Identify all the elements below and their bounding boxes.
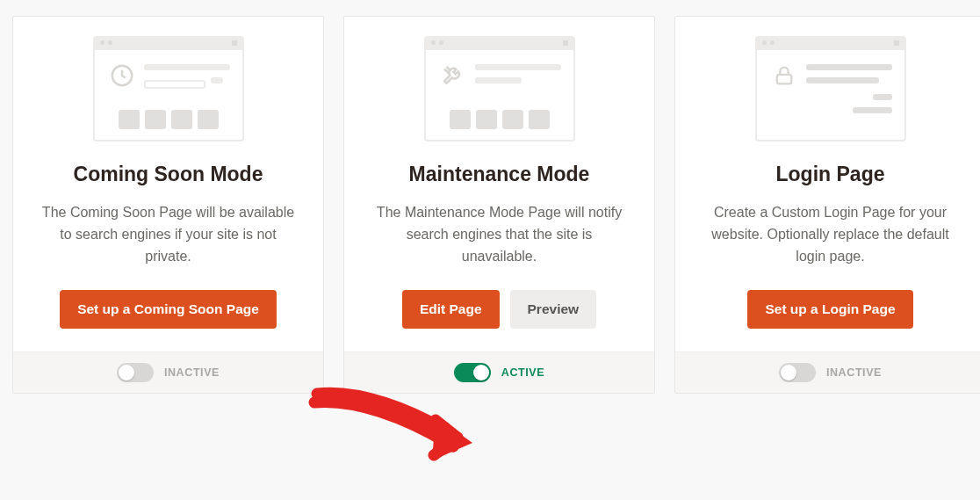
setup-coming-soon-button[interactable]: Set up a Coming Soon Page xyxy=(60,290,277,329)
card-illustration xyxy=(412,36,587,141)
preview-button[interactable]: Preview xyxy=(510,290,597,329)
status-label: ACTIVE xyxy=(501,366,544,379)
card-footer: INACTIVE xyxy=(675,351,980,393)
card-description: Create a Custom Login Page for your webs… xyxy=(699,202,962,267)
setup-login-button[interactable]: Set up a Login Page xyxy=(747,290,912,329)
tools-icon xyxy=(438,61,468,91)
card-description: The Coming Soon Page will be available t… xyxy=(37,202,300,267)
card-title: Maintenance Mode xyxy=(409,163,590,186)
cards-row: Coming Soon Mode The Coming Soon Page wi… xyxy=(12,16,980,394)
card-maintenance: Maintenance Mode The Maintenance Mode Pa… xyxy=(343,16,655,394)
card-title: Login Page xyxy=(776,163,885,186)
card-body: Login Page Create a Custom Login Page fo… xyxy=(675,17,980,351)
toggle-maintenance[interactable] xyxy=(454,363,491,382)
clock-icon xyxy=(107,61,137,91)
card-login: Login Page Create a Custom Login Page fo… xyxy=(674,16,980,394)
card-footer: ACTIVE xyxy=(344,351,654,393)
card-body: Coming Soon Mode The Coming Soon Page wi… xyxy=(13,17,323,351)
card-body: Maintenance Mode The Maintenance Mode Pa… xyxy=(344,17,654,351)
edit-page-button[interactable]: Edit Page xyxy=(402,290,500,329)
lock-icon xyxy=(769,61,799,91)
toggle-login[interactable] xyxy=(779,363,816,382)
cards-scroll-container[interactable]: Coming Soon Mode The Coming Soon Page wi… xyxy=(0,0,980,483)
card-description: The Maintenance Mode Page will notify se… xyxy=(368,202,631,267)
toggle-coming-soon[interactable] xyxy=(117,363,154,382)
status-label: INACTIVE xyxy=(826,366,882,379)
card-illustration xyxy=(743,36,919,141)
card-illustration xyxy=(81,36,256,141)
svg-rect-1 xyxy=(776,75,790,84)
card-title: Coming Soon Mode xyxy=(74,163,263,186)
card-footer: INACTIVE xyxy=(13,351,323,393)
status-label: INACTIVE xyxy=(164,366,220,379)
card-coming-soon: Coming Soon Mode The Coming Soon Page wi… xyxy=(12,16,324,394)
